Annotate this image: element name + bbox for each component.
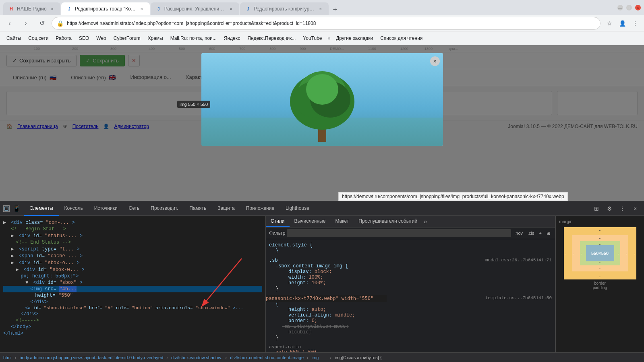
url-tooltip: https://demowt.ru/components/com_jshoppi… — [338, 192, 568, 201]
styles-tab-layout[interactable]: Макет — [330, 216, 354, 227]
bookmark-label: Яндекс — [224, 35, 240, 41]
devtools-tab-sources[interactable]: Источники — [89, 201, 123, 216]
filter-hov-button[interactable]: :hov — [513, 230, 524, 236]
reload-button[interactable]: ↺ — [35, 17, 48, 30]
html-line-9[interactable]: px; height: 550px;"> — [3, 273, 262, 279]
filter-plus-button[interactable]: + — [538, 230, 543, 236]
tab-favicon-4: J — [245, 6, 251, 12]
devtools-status-bar: html › body.admin.com.jshopping.view-lay… — [0, 352, 644, 362]
bookmark-icon[interactable]: ☆ — [604, 18, 615, 29]
browser-tab-2[interactable]: J Редактировать товар "Консоль... × — [61, 2, 150, 15]
devtools-tab-memory[interactable]: Память — [184, 201, 212, 216]
settings-icon[interactable]: ⋮ — [630, 18, 641, 29]
styles-tab-styles[interactable]: Стили — [266, 216, 290, 227]
bookmark-hramy[interactable]: Храмы — [144, 34, 166, 43]
image-tooltip: img 550 × 550 — [177, 101, 210, 108]
html-line-4[interactable]: <!-- End Status --> — [3, 239, 262, 246]
status-html[interactable]: html — [3, 355, 12, 360]
filter-icon-button[interactable]: ⊞ — [545, 230, 552, 237]
browser-tab-1[interactable]: H НАШЕ Радио × — [3, 2, 60, 15]
toolbar-icons: ☆ 👤 ⋮ — [604, 18, 641, 29]
css-rule-modal: .sb modal.css:26..7b645141:71 .sbox-cont… — [269, 258, 552, 292]
status-img[interactable]: img — [312, 355, 319, 360]
browser-toolbar: ‹ › ↺ 🔒 https://demowt.ru/administrator/… — [0, 15, 644, 31]
tab-close-1[interactable]: × — [49, 6, 56, 12]
bookmark-translator[interactable]: Яндекс.Переводчик... — [244, 34, 299, 43]
html-line-2[interactable]: <!-- Begin Stat --> — [3, 226, 262, 232]
minimize-button[interactable]: — — [617, 5, 623, 10]
devtools-panel: 📱 Элементы Консоль Источники Сеть Произв… — [0, 201, 644, 362]
devtools-tab-performance[interactable]: Производит. — [145, 201, 184, 216]
maximize-button[interactable]: □ — [626, 5, 632, 10]
filter-cls-button[interactable]: .cls — [526, 230, 536, 236]
bookmark-label: Другие закладки — [336, 35, 373, 41]
html-line-sbox-close[interactable]: <a id= "sbox-btn-close" href= "#" role= … — [3, 305, 262, 311]
devtools-inspect-icon[interactable] — [3, 205, 10, 212]
bookmark-sites[interactable]: Сайты — [3, 34, 24, 43]
bookmark-web[interactable]: Web — [93, 34, 109, 43]
devtools-tab-console[interactable]: Консоль — [59, 201, 89, 216]
html-line-html-close[interactable]: </html> — [3, 330, 262, 337]
html-line-height[interactable]: height= "550" — [3, 292, 262, 299]
status-sbox-content[interactable]: div#sbox-content.sbox-content-image — [230, 355, 304, 360]
devtools-more-icon[interactable]: ⋮ — [617, 203, 628, 214]
bookmark-seo[interactable]: SEO — [76, 34, 92, 43]
html-line-comment[interactable]: <!-----> — [3, 317, 262, 324]
new-tab-button[interactable]: + — [329, 4, 341, 15]
styles-tab-more[interactable]: » — [422, 216, 429, 227]
bookmark-reading[interactable]: Список для чтения — [377, 34, 426, 43]
bookmark-yandex[interactable]: Яндекс — [221, 34, 243, 43]
back-button[interactable]: ‹ — [3, 17, 16, 30]
tab-close-3[interactable]: × — [228, 6, 234, 12]
devtools-settings-icon[interactable]: ⚙ — [604, 203, 615, 214]
modal-close-button[interactable]: × — [430, 56, 440, 66]
styles-tab-listeners[interactable]: Прослушиватели событий — [354, 216, 422, 227]
html-line-6[interactable]: ▶ <span id= "cache-... > — [3, 252, 262, 259]
devtools-tab-lighthouse[interactable]: Lighthouse — [280, 201, 315, 216]
html-line-7[interactable]: ▶ <div id= "sbox-o... > — [3, 259, 262, 266]
html-line-3[interactable]: ▶ <div id= "status-... > — [3, 232, 262, 239]
forward-button[interactable]: › — [19, 17, 32, 30]
html-line-5[interactable]: ▶ <script type= "t... > — [3, 246, 262, 252]
tab-favicon-2: J — [66, 6, 72, 12]
html-line-body-close[interactable]: </body> — [3, 324, 262, 330]
devtools-tab-elements[interactable]: Элементы — [24, 201, 59, 216]
devtools-tab-app[interactable]: Приложение — [240, 201, 280, 216]
more-bookmarks[interactable]: » — [326, 34, 332, 43]
html-line-img[interactable]: <img src= "#h... — [3, 286, 262, 292]
browser-tab-4[interactable]: J Редактировать конфигурацию... × — [240, 2, 329, 15]
tab-close-2[interactable]: × — [139, 6, 145, 12]
product-image-svg — [201, 53, 443, 146]
modal-overlay[interactable]: img 550 × 550 × — [0, 45, 644, 201]
html-line-closediv2[interactable]: </div> — [3, 311, 262, 317]
bookmark-others[interactable]: Другие закладки — [333, 34, 376, 43]
html-line-8[interactable]: ▶ <div id= "sbox-w... > — [3, 266, 262, 273]
devtools-tab-protect[interactable]: Защита — [212, 201, 240, 216]
address-bar[interactable]: 🔒 https://demowt.ru/administrator/index.… — [52, 17, 601, 30]
html-line-closediv[interactable]: </div> — [3, 299, 262, 305]
box-model-panel: margin - - - - - - - — [555, 216, 644, 352]
bookmark-social[interactable]: Соц.сети — [25, 34, 52, 43]
bookmark-cyberforum[interactable]: CyberForum — [110, 34, 144, 43]
bookmark-work[interactable]: Работа — [52, 34, 75, 43]
html-line-1[interactable]: ▶ <div class= "com-... > — [3, 219, 262, 226]
status-sbox-window[interactable]: div#sbox-window.shadow. — [171, 355, 222, 360]
devtools-right-panels: Стили Вычисленные Макет Прослушиватели с… — [266, 216, 644, 352]
box-border: - - - - - - - - — [572, 235, 628, 271]
html-line-10[interactable]: ▼ <div id= "sbox" > — [3, 279, 262, 286]
bookmark-mail[interactable]: Mail.Ru: почта, пои... — [167, 34, 220, 43]
status-body[interactable]: body.admin.com.jshopping.view-layout-.ta… — [19, 355, 163, 360]
styles-filter-input[interactable] — [287, 229, 511, 237]
bookmark-youtube[interactable]: YouTube — [300, 34, 325, 43]
profile-icon[interactable]: 👤 — [617, 18, 628, 29]
tab-close-4[interactable]: × — [317, 6, 324, 12]
css-rule-aspect: aspect-ratio auto 550 / 550 border-botto… — [269, 345, 552, 352]
styles-tab-computed[interactable]: Вычисленные — [290, 216, 331, 227]
devtools-tab-network[interactable]: Сеть — [123, 201, 145, 216]
devtools-layout-icon[interactable]: ⊞ — [591, 203, 602, 214]
close-button[interactable]: × — [635, 5, 641, 10]
devtools-close-icon[interactable]: × — [630, 203, 641, 214]
browser-tab-3[interactable]: J Расширения: Управление - ДЕ... × — [151, 2, 239, 15]
devtools-mobile-icon[interactable]: 📱 — [13, 205, 21, 212]
browser-frame: H НАШЕ Радио × J Редактировать товар "Ко… — [0, 0, 644, 362]
